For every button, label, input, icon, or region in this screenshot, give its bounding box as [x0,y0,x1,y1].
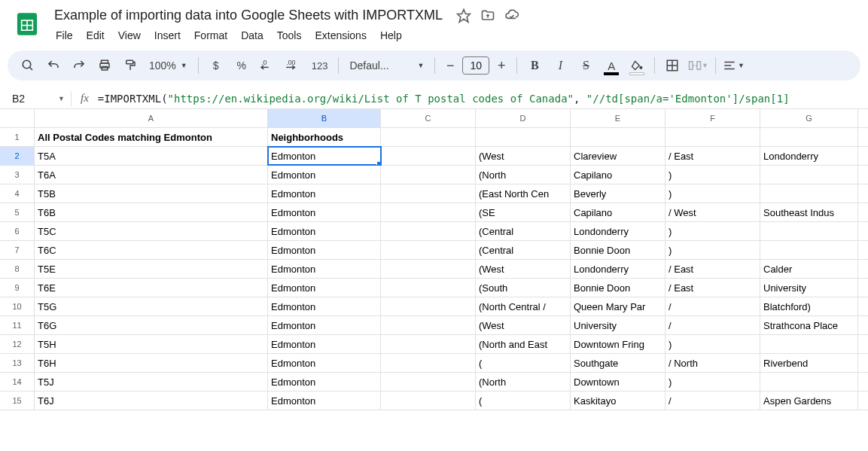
cell[interactable]: Edmonton [268,316,381,334]
cell[interactable] [476,128,571,146]
row-header[interactable]: 8 [0,260,35,278]
menu-extensions[interactable]: Extensions [309,26,372,44]
cell[interactable]: ) [665,166,760,184]
cell[interactable]: (South [476,279,571,297]
cell[interactable]: T6H [35,354,268,372]
cell[interactable]: T6G [35,316,268,334]
cell[interactable]: ( [476,354,571,372]
percent-format-button[interactable]: % [230,54,253,77]
cell[interactable]: (North and East [476,335,571,353]
cell[interactable]: (West [476,260,571,278]
fill-color-button[interactable] [626,54,648,77]
cell[interactable]: Queen Mary Par [571,297,665,315]
cell[interactable] [381,392,476,410]
row-header[interactable]: 10 [0,297,35,315]
name-box[interactable]: B2▼ [0,93,71,105]
borders-button[interactable] [661,54,684,77]
cell[interactable]: Edmonton [268,354,381,372]
star-icon[interactable] [456,8,471,23]
row-header[interactable]: 3 [0,166,35,184]
print-icon[interactable] [93,54,116,77]
cell[interactable] [381,279,476,297]
cell[interactable]: / East [665,147,760,165]
decrease-font-button[interactable]: − [441,56,459,75]
decrease-decimal-icon[interactable]: .0 [256,54,279,77]
formula-input[interactable]: =IMPORTXML("https://en.wikipedia.org/wik… [98,93,868,105]
cell[interactable]: Downtown Fring [571,335,665,353]
cell[interactable] [381,184,476,203]
cell[interactable]: (Central [476,241,571,259]
cell[interactable]: Southeast Indus [760,203,858,221]
more-formats-button[interactable]: 123 [307,60,333,72]
increase-font-button[interactable]: + [492,56,510,75]
menu-edit[interactable]: Edit [81,26,111,44]
column-header-C[interactable]: C [381,109,476,127]
cell[interactable] [760,241,858,259]
row-header[interactable]: 2 [0,147,35,165]
cell[interactable]: Edmonton [268,203,381,221]
cell[interactable]: Londonderry [571,222,665,240]
menu-insert[interactable]: Insert [148,26,187,44]
cell[interactable] [760,335,858,353]
italic-button[interactable]: I [549,54,571,77]
cell[interactable]: ) [665,184,760,203]
row-header[interactable]: 1 [0,128,35,146]
cell[interactable] [381,316,476,334]
cell[interactable]: Edmonton [268,279,381,297]
cell[interactable]: (SE [476,203,571,221]
cell[interactable]: / West [665,203,760,221]
cell[interactable] [760,128,858,146]
cell[interactable]: Edmonton [268,392,381,410]
select-all-corner[interactable] [0,109,35,127]
cell[interactable]: Riverbend [760,354,858,372]
horizontal-align-button[interactable]: ▼ [722,54,745,77]
cell[interactable] [381,354,476,372]
cell[interactable]: Bonnie Doon [571,241,665,259]
cell[interactable] [760,222,858,240]
cell[interactable]: Capilano [571,203,665,221]
cell[interactable]: Edmonton [268,373,381,391]
cell[interactable]: (Central [476,222,571,240]
cell[interactable]: T5J [35,373,268,391]
cell[interactable]: (West [476,316,571,334]
row-header[interactable]: 9 [0,279,35,297]
cell[interactable]: Calder [760,260,858,278]
cell[interactable]: (East North Cen [476,184,571,203]
cell[interactable] [381,260,476,278]
undo-icon[interactable] [42,54,65,77]
font-size-input[interactable]: 10 [462,56,489,75]
cell[interactable]: ) [665,222,760,240]
row-header[interactable]: 12 [0,335,35,353]
zoom-dropdown[interactable]: 100%▼ [145,59,192,72]
cell[interactable]: All Postal Codes matching Edmonton [35,128,268,146]
merge-cells-button[interactable]: ▼ [687,54,709,77]
cell[interactable] [760,373,858,391]
menu-format[interactable]: Format [188,26,233,44]
cell[interactable]: Aspen Gardens [760,392,858,410]
cell[interactable]: T5E [35,260,268,278]
cell[interactable]: ) [665,373,760,391]
column-header-G[interactable]: G [760,109,858,127]
cell[interactable]: / [665,297,760,315]
cell[interactable]: University [571,316,665,334]
menu-view[interactable]: View [112,26,147,44]
cell[interactable]: Downtown [571,373,665,391]
cell[interactable]: / North [665,354,760,372]
cloud-status-icon[interactable] [504,8,519,23]
bold-button[interactable]: B [523,54,546,77]
cell[interactable]: T5B [35,184,268,203]
cell[interactable] [381,297,476,315]
text-color-button[interactable]: A [600,54,623,77]
doc-title[interactable]: Example of importing data into Google Sh… [50,6,447,25]
cell[interactable]: T5A [35,147,268,165]
cell[interactable]: T5C [35,222,268,240]
cell[interactable] [381,335,476,353]
cell[interactable]: ) [665,335,760,353]
row-header[interactable]: 15 [0,392,35,410]
cell[interactable] [381,203,476,221]
cell[interactable]: Edmonton [268,147,381,165]
cell[interactable] [760,184,858,203]
cell[interactable]: Southgate [571,354,665,372]
cell[interactable]: ) [665,241,760,259]
cell[interactable] [381,147,476,165]
